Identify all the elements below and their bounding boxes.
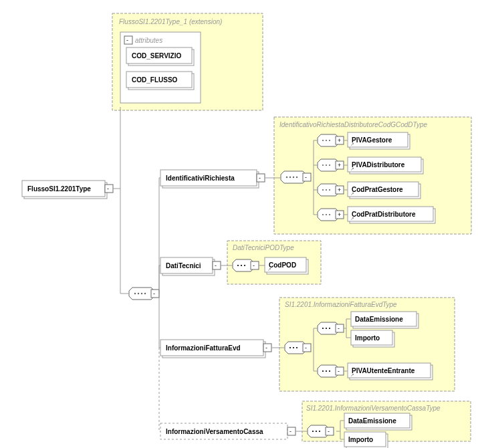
svg-rect-0 — [124, 36, 132, 44]
leaf-codpratdistributore[interactable]: +CodPratDistributore↗ — [318, 207, 435, 223]
svg-rect-88 — [303, 344, 311, 352]
svg-point-26 — [293, 177, 294, 178]
leaf-dataemissione[interactable]: DataEmissione — [351, 312, 419, 328]
svg-point-31 — [326, 140, 327, 141]
leaf-codpod[interactable]: CodPOD↗ — [265, 257, 308, 274]
svg-text:↗: ↗ — [350, 166, 354, 171]
leaf-pivadistributore[interactable]: +PIVADistributore↗ — [318, 157, 423, 174]
svg-rect-17 — [151, 290, 159, 298]
leaf-pivautente[interactable]: PIVAUtenteEntrante↗ — [348, 363, 433, 380]
svg-text:PIVADistributore: PIVADistributore — [352, 161, 405, 169]
svg-text:-: - — [305, 344, 307, 351]
svg-text:+: + — [338, 211, 341, 218]
svg-rect-69 — [213, 261, 221, 269]
group1-title: IdentificativoRichiestaDistributoreCodGC… — [279, 121, 427, 128]
svg-text:DataEmissione: DataEmissione — [355, 316, 403, 323]
svg-point-72 — [241, 265, 242, 266]
svg-text:+: + — [338, 137, 341, 144]
attr-1[interactable]: COD_FLUSSO — [126, 72, 194, 90]
svg-text:-: - — [338, 368, 340, 374]
svg-point-25 — [289, 177, 291, 178]
svg-text:+: + — [338, 187, 341, 193]
svg-rect-74 — [251, 261, 259, 269]
svg-point-32 — [329, 140, 330, 141]
svg-text:DatiTecnici: DatiTecnici — [166, 262, 201, 269]
node-fattura[interactable]: InformazioniFatturaEvd — [160, 340, 265, 358]
svg-text:-: - — [253, 262, 255, 269]
svg-text:+: + — [338, 162, 341, 169]
svg-text:CodPOD: CodPOD — [269, 261, 296, 269]
svg-point-92 — [329, 328, 330, 329]
group3-title: SI1.2201.InformazioniFatturaEvdType — [285, 301, 397, 308]
svg-text:InformazioniFatturaEvd: InformazioniFatturaEvd — [166, 344, 241, 352]
svg-point-15 — [141, 293, 142, 294]
svg-rect-83 — [263, 344, 271, 352]
svg-point-13 — [134, 293, 136, 294]
svg-point-57 — [322, 214, 324, 215]
svg-text:↗: ↗ — [350, 216, 354, 221]
svg-rect-22 — [257, 174, 265, 182]
svg-point-115 — [316, 431, 317, 432]
svg-text:-: - — [259, 175, 261, 181]
svg-text:-: - — [107, 185, 109, 192]
svg-text:DataEmissione: DataEmissione — [348, 417, 396, 425]
svg-text:-: - — [338, 325, 340, 332]
leaf-importo2[interactable]: Importo — [344, 432, 388, 448]
group4-title: SI1.2201.InformazioniVersamentoCassaType — [306, 405, 441, 412]
svg-rect-104 — [336, 367, 344, 375]
node-identificativi[interactable]: IdentificativiRichiesta — [160, 170, 259, 188]
svg-text:-: - — [215, 262, 217, 269]
leaf-importo[interactable]: Importo — [351, 330, 394, 347]
svg-point-87 — [296, 347, 297, 348]
schema-diagram: FlussoSI1.2201Type_1 (extension) - attri… — [0, 0, 478, 448]
svg-point-85 — [289, 347, 291, 348]
svg-text:CodPratDistributore: CodPratDistributore — [352, 211, 416, 218]
svg-point-30 — [322, 140, 324, 141]
svg-point-14 — [138, 293, 139, 294]
node-datitecnici[interactable]: DatiTecnici — [160, 257, 215, 275]
svg-point-86 — [293, 347, 294, 348]
svg-point-103 — [329, 370, 330, 372]
leaf-pivagestore[interactable]: +PIVAGestore↗ — [318, 132, 410, 149]
svg-point-101 — [322, 370, 324, 372]
svg-text:InformazioniVersamentoCassa: InformazioniVersamentoCassa — [166, 428, 263, 435]
svg-text:-: - — [126, 37, 128, 43]
svg-rect-117 — [326, 427, 334, 435]
svg-text:IdentificativiRichiesta: IdentificativiRichiesta — [166, 175, 235, 182]
svg-point-48 — [322, 189, 324, 191]
extension-title: FlussoSI1.2201Type_1 (extension) — [119, 18, 222, 25]
svg-point-27 — [296, 177, 297, 178]
svg-point-90 — [322, 328, 324, 329]
svg-text:PIVAGestore: PIVAGestore — [352, 136, 392, 144]
svg-point-59 — [329, 214, 330, 215]
svg-point-24 — [286, 177, 287, 178]
svg-point-50 — [329, 189, 330, 191]
svg-text:-: - — [328, 428, 330, 435]
svg-text:↗: ↗ — [350, 372, 354, 377]
svg-rect-11 — [105, 185, 113, 193]
svg-point-73 — [244, 265, 245, 266]
svg-point-40 — [326, 164, 327, 166]
group2-title: DatiTecniciPODType — [233, 244, 294, 251]
svg-text:↗: ↗ — [267, 267, 271, 271]
attributes-title: attributes — [135, 37, 162, 44]
svg-text:FlussoSI1.2201Type: FlussoSI1.2201Type — [27, 185, 91, 193]
svg-point-102 — [326, 370, 327, 372]
node-versamento[interactable]: InformazioniVersamentoCassa — [160, 423, 287, 439]
svg-point-39 — [322, 164, 324, 166]
svg-point-116 — [319, 431, 320, 432]
svg-text:Importo: Importo — [355, 334, 380, 342]
leaf-codpratgestore[interactable]: +CodPratGestore↗ — [318, 182, 421, 199]
root-node[interactable]: FlussoSI1.2201Type — [22, 181, 107, 199]
leaf-dataemissione2[interactable]: DataEmissione — [344, 413, 412, 430]
attr-0[interactable]: COD_SERVIZIO — [126, 47, 194, 66]
svg-text:-: - — [305, 174, 307, 181]
svg-text:↗: ↗ — [350, 142, 354, 146]
svg-text:-: - — [265, 344, 267, 351]
svg-text:-: - — [289, 428, 291, 435]
svg-point-16 — [144, 293, 146, 294]
svg-text:-: - — [153, 290, 155, 297]
svg-text:↗: ↗ — [350, 191, 354, 196]
svg-point-49 — [326, 189, 327, 191]
svg-text:PIVAUtenteEntrante: PIVAUtenteEntrante — [352, 367, 415, 374]
